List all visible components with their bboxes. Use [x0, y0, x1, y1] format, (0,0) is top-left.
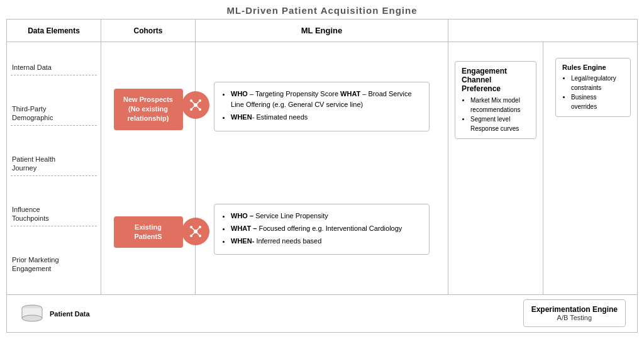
data-item-influence: InfluenceTouchpoints: [11, 203, 97, 226]
rules-engine-title: Rules Engine: [562, 64, 624, 71]
svg-line-5: [191, 101, 196, 105]
node-icon-top: [182, 91, 209, 119]
cohort-existing-patients: ExistingPatientS: [114, 216, 183, 248]
experimentation-title: Experimentation Engine: [531, 305, 618, 314]
node-icon-bottom: [182, 218, 209, 245]
cohort-new-prospects: New Prospects(No existingrelationship): [114, 89, 183, 130]
svg-line-17: [196, 231, 200, 236]
engagement-item-1: Market Mix model recommendations: [470, 96, 530, 114]
diagram: Data Elements Cohorts ML Engine Internal…: [6, 19, 638, 333]
database-icon: [19, 304, 45, 323]
bottom-area: Patient Data Experimentation Engine A/B …: [7, 294, 637, 332]
svg-line-15: [196, 227, 200, 231]
rules-item-2: Business overrides: [571, 92, 624, 111]
engagement-item-2: Segment level Response curves: [470, 114, 530, 133]
ml-box-2: WHO – Service Line Propensity WHAT – Foc…: [214, 204, 430, 255]
right-divider: [543, 42, 543, 294]
body-area: Internal Data Third-PartyDemographic Pat…: [7, 42, 637, 294]
data-elements-col: Internal Data Third-PartyDemographic Pat…: [7, 42, 101, 294]
ml-box-1: WHO – Targeting Propensity Score WHAT – …: [214, 82, 430, 131]
engagement-box: Engagement Channel Preference Market Mix…: [455, 61, 536, 139]
engagement-title: Engagement Channel Preference: [462, 67, 530, 93]
col-header-data-elements: Data Elements: [7, 19, 101, 42]
right-area: Engagement Channel Preference Market Mix…: [448, 42, 637, 294]
col-header-ml-engine: ML Engine: [196, 19, 448, 42]
rules-engine-box: Rules Engine Legal/regulatory constraint…: [555, 58, 631, 117]
ml-engine-col: WHO – Targeting Propensity Score WHAT – …: [196, 42, 448, 294]
data-item-third-party: Third-PartyDemographic: [11, 102, 97, 126]
svg-point-20: [22, 315, 42, 321]
main-container: ML-Driven Patient Acquisition Engine Dat…: [0, 0, 644, 339]
page-title: ML-Driven Patient Acquisition Engine: [0, 0, 644, 18]
col-header-right: [448, 19, 637, 42]
patient-data-label: Patient Data: [50, 310, 90, 318]
data-item-patient-health: Patient HealthJourney: [11, 152, 97, 176]
experimentation-subtitle: A/B Testing: [531, 314, 618, 321]
rules-item-1: Legal/regulatory constraints: [571, 74, 624, 92]
patient-data-container: Patient Data: [7, 304, 101, 323]
cohorts-col: New Prospects(No existingrelationship) E…: [101, 42, 196, 294]
data-item-internal: Internal Data: [11, 60, 97, 75]
svg-line-16: [191, 231, 196, 236]
svg-line-7: [191, 105, 196, 109]
headers-row: Data Elements Cohorts ML Engine: [7, 19, 637, 42]
experimentation-box: Experimentation Engine A/B Testing: [523, 299, 626, 327]
svg-line-6: [196, 101, 200, 105]
col-header-cohorts: Cohorts: [101, 19, 196, 42]
svg-line-14: [191, 227, 196, 231]
svg-line-8: [196, 105, 200, 109]
data-item-prior-marketing: Prior MarketingEngagement: [11, 253, 97, 276]
